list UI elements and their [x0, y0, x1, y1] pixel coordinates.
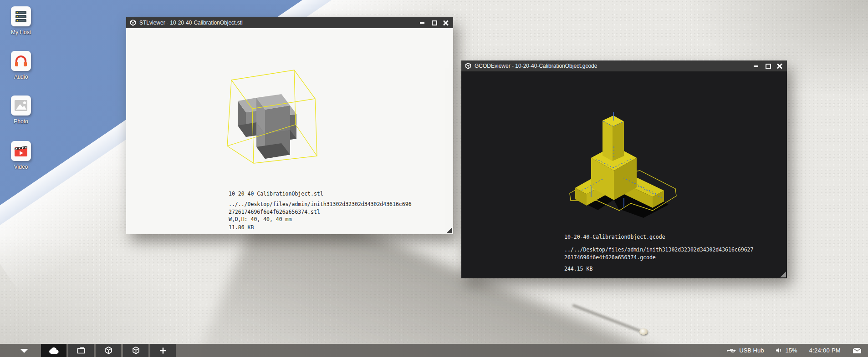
- stl-dimensions: W,D,H: 40, 40, 40 mm: [229, 216, 291, 223]
- stl-filename: 10-20-40-CalibrationObject.stl: [229, 190, 323, 198]
- taskbar: USB Hub 15% 4:24:00 PM: [0, 344, 868, 357]
- taskbar-item-cloud[interactable]: [41, 344, 66, 357]
- taskbar-status-area: USB Hub 15% 4:24:00 PM: [727, 344, 862, 357]
- cube-app-icon: [465, 63, 471, 69]
- cloud-icon: [48, 347, 59, 354]
- desktop: My Host Audio Photo: [0, 0, 868, 357]
- desktop-icon-label: Audio: [4, 74, 38, 80]
- resize-grip[interactable]: [780, 272, 786, 277]
- desktop-icon-photo[interactable]: Photo: [4, 96, 38, 125]
- window-controls: [753, 63, 783, 69]
- cube-icon: [105, 347, 112, 354]
- headphones-icon: [11, 51, 31, 71]
- minimize-icon[interactable]: [419, 20, 425, 25]
- server-icon: [11, 6, 31, 26]
- close-icon[interactable]: [443, 20, 449, 25]
- notifications[interactable]: [853, 347, 862, 354]
- usb-status[interactable]: USB Hub: [727, 347, 764, 354]
- resize-grip[interactable]: [446, 227, 452, 233]
- desktop-icon-label: My Host: [4, 29, 38, 35]
- gcode-filename: 10-20-40-CalibrationObject.gcode: [564, 233, 665, 241]
- folder-icon: [77, 347, 85, 354]
- volume-status[interactable]: 15%: [776, 347, 797, 354]
- clock[interactable]: 4:24:00 PM: [809, 347, 841, 354]
- maximize-icon[interactable]: [431, 20, 437, 25]
- desktop-icon-my-host[interactable]: My Host: [4, 6, 38, 35]
- stlviewer-window: STLviewer - 10-20-40-CalibrationObject.s…: [126, 17, 453, 234]
- wall-pipe: [639, 328, 648, 335]
- plus-icon: [159, 347, 167, 354]
- desktop-icon-label: Photo: [4, 118, 38, 125]
- desktop-icon-video[interactable]: Video: [4, 141, 38, 170]
- gcodeviewer-titlebar[interactable]: GCODEviewer - 10-20-40-CalibrationObject…: [461, 60, 787, 71]
- gcode-path-line1: ../../Desktop/files/admin/inith31302d323…: [564, 246, 753, 254]
- clock-time: 4:24:00 PM: [809, 347, 841, 354]
- taskbar-items: [41, 344, 176, 357]
- stl-path-line1: ../../Desktop/files/admin/inith31302d323…: [229, 201, 412, 208]
- volume-level: 15%: [785, 347, 797, 354]
- envelope-icon: [853, 347, 862, 354]
- stl-path-line2: 2726174696f6e4f626a656374.stl: [229, 208, 320, 216]
- window-controls: [419, 20, 449, 25]
- usb-icon: [727, 348, 736, 353]
- gcode-path-line2: 26174696f6e4f626a656374.gcode: [564, 254, 656, 261]
- taskbar-item-stlviewer[interactable]: [96, 344, 121, 357]
- stlviewer-titlebar[interactable]: STLviewer - 10-20-40-CalibrationObject.s…: [126, 17, 453, 28]
- maximize-icon[interactable]: [765, 63, 771, 69]
- close-icon[interactable]: [777, 63, 782, 69]
- clapperboard-icon: [11, 141, 31, 161]
- gcode-viewport[interactable]: 10-20-40-CalibrationObject.gcode ../../D…: [461, 71, 787, 278]
- minimize-icon[interactable]: [753, 63, 759, 69]
- usb-label: USB Hub: [739, 347, 764, 354]
- cube-app-icon: [130, 20, 136, 26]
- stl-viewport[interactable]: 10-20-40-CalibrationObject.stl ../../Des…: [126, 28, 453, 234]
- window-title: GCODEviewer - 10-20-40-CalibrationObject…: [475, 63, 750, 69]
- gcodeviewer-window: GCODEviewer - 10-20-40-CalibrationObject…: [461, 60, 787, 278]
- cube-icon: [132, 347, 140, 354]
- taskbar-item-new[interactable]: [150, 344, 176, 357]
- gcode-filesize: 244.15 KB: [564, 265, 592, 273]
- image-icon: [11, 96, 31, 116]
- desktop-icon-label: Video: [4, 164, 38, 170]
- speaker-icon: [776, 347, 782, 353]
- desktop-icon-audio[interactable]: Audio: [4, 51, 38, 80]
- window-title: STLviewer - 10-20-40-CalibrationObject.s…: [139, 20, 416, 26]
- taskbar-item-gcodeviewer[interactable]: [123, 344, 148, 357]
- taskbar-menu-chevron-down-icon[interactable]: [20, 349, 28, 353]
- stl-filesize: 11.86 KB: [229, 224, 254, 231]
- taskbar-item-files[interactable]: [68, 344, 94, 357]
